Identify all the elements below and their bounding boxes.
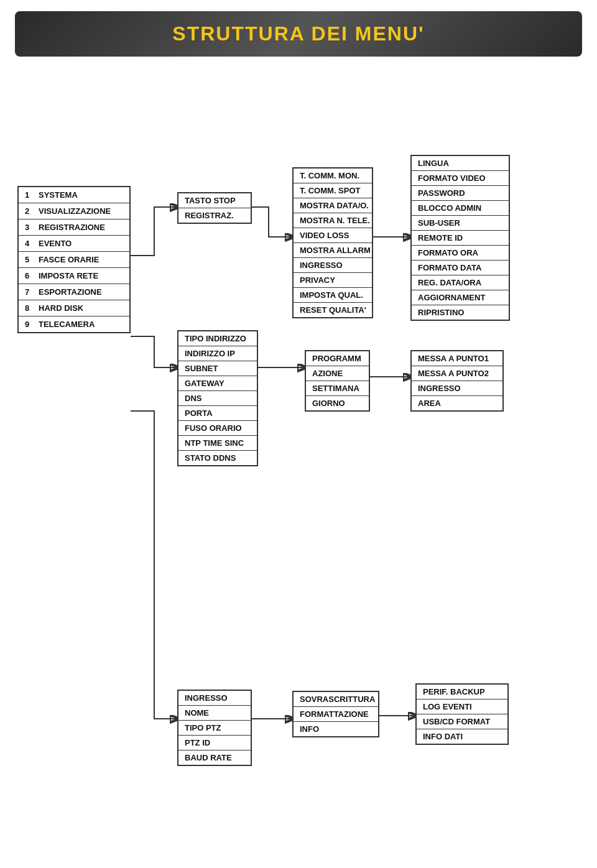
tasto-box: TASTO STOP REGISTRAZ. (177, 192, 252, 224)
hd-mid-box: SOVRASCRITTURA FORMATTAZIONE INFO (292, 691, 379, 737)
hd-mid-row-2: FORMATTAZIONE (294, 707, 378, 722)
menu-item-4: 4 EVENTO (19, 236, 129, 252)
comm-row-4: MOSTRA N. TELE. (294, 213, 372, 228)
comm-row-7: INGRESSO (294, 258, 372, 273)
comm-row-9: IMPOSTA QUAL. (294, 288, 372, 303)
hd-right-row-3: USB/CD FORMAT (417, 714, 507, 729)
rete-row-2: INDIRIZZO IP (178, 346, 257, 361)
menu-item-6: 6 IMPOSTA RETE (19, 268, 129, 284)
menu-item-8: 8 HARD DISK (19, 300, 129, 316)
diagram-area: 1 SYSTEMA 2 VISUALIZZAZIONE 3 REGISTRAZI… (0, 63, 597, 868)
main-menu-box: 1 SYSTEMA 2 VISUALIZZAZIONE 3 REGISTRAZI… (17, 186, 131, 333)
hd-right-row-2: LOG EVENTI (417, 699, 507, 714)
comm-row-10: RESET QUALITA' (294, 303, 372, 317)
page-title: STRUTTURA DEI MENU' (172, 22, 424, 45)
sys-row-9: REG. DATA/ORA (412, 275, 509, 290)
rete-row-8: NTP TIME SINC (178, 436, 257, 451)
rete-row-4: GATEWAY (178, 376, 257, 391)
rete-row-9: STATO DDNS (178, 451, 257, 465)
tele-row-5: BAUD RATE (178, 750, 251, 765)
comm-row-3: MOSTRA DATA/O. (294, 198, 372, 213)
page-header: STRUTTURA DEI MENU' (15, 11, 582, 57)
fasce-right-row-1: MESSA A PUNTO1 (412, 351, 502, 366)
sys-row-1: LINGUA (412, 156, 509, 171)
comm-row-1: T. COMM. MON. (294, 169, 372, 183)
menu-item-7: 7 ESPORTAZIONE (19, 284, 129, 300)
fasce-row-3: SETTIMANA (306, 381, 369, 396)
sys-row-7: FORMATO ORA (412, 246, 509, 261)
comm-box: T. COMM. MON. T. COMM. SPOT MOSTRA DATA/… (292, 167, 373, 318)
rete-row-3: SUBNET (178, 361, 257, 376)
menu-item-1: 1 SYSTEMA (19, 187, 129, 203)
sys-row-4: BLOCCO ADMIN (412, 201, 509, 216)
rete-row-7: FUSO ORARIO (178, 421, 257, 436)
tele-row-4: PTZ ID (178, 736, 251, 750)
menu-item-9: 9 TELECAMERA (19, 316, 129, 332)
tasto-row-2: REGISTRAZ. (178, 208, 251, 223)
comm-row-8: PRIVACY (294, 273, 372, 288)
fasce-row-2: AZIONE (306, 366, 369, 381)
fasce-right-row-2: MESSA A PUNTO2 (412, 366, 502, 381)
system-box: LINGUA FORMATO VIDEO PASSWORD BLOCCO ADM… (410, 155, 510, 321)
menu-item-3: 3 REGISTRAZIONE (19, 219, 129, 236)
tele-row-3: TIPO PTZ (178, 721, 251, 736)
hd-right-box: PERIF. BACKUP LOG EVENTI USB/CD FORMAT I… (415, 683, 509, 745)
rete-row-1: TIPO INDIRIZZO (178, 331, 257, 346)
telecamera-box: INGRESSO NOME TIPO PTZ PTZ ID BAUD RATE (177, 690, 252, 766)
rete-box: TIPO INDIRIZZO INDIRIZZO IP SUBNET GATEW… (177, 330, 258, 466)
tasto-row-1: TASTO STOP (178, 193, 251, 208)
menu-item-5: 5 FASCE ORARIE (19, 252, 129, 268)
sys-row-3: PASSWORD (412, 186, 509, 201)
fasce-row-4: GIORNO (306, 396, 369, 410)
sys-row-8: FORMATO DATA (412, 261, 509, 275)
hd-right-row-1: PERIF. BACKUP (417, 685, 507, 699)
menu-item-2: 2 VISUALIZZAZIONE (19, 203, 129, 219)
sys-row-10: AGGIORNAMENT (412, 290, 509, 305)
fasce-right-row-3: INGRESSO (412, 381, 502, 396)
sys-row-6: REMOTE ID (412, 231, 509, 246)
tele-row-2: NOME (178, 706, 251, 721)
fasce-mid-box: PROGRAMM AZIONE SETTIMANA GIORNO (305, 350, 370, 412)
fasce-right-row-4: AREA (412, 396, 502, 410)
fasce-row-1: PROGRAMM (306, 351, 369, 366)
sys-row-11: RIPRISTINO (412, 305, 509, 320)
sys-row-5: SUB-USER (412, 216, 509, 231)
sys-row-2: FORMATO VIDEO (412, 171, 509, 186)
rete-row-5: DNS (178, 391, 257, 406)
comm-row-2: T. COMM. SPOT (294, 183, 372, 198)
comm-row-5: VIDEO LOSS (294, 228, 372, 243)
hd-mid-row-3: INFO (294, 722, 378, 736)
fasce-right-box: MESSA A PUNTO1 MESSA A PUNTO2 INGRESSO A… (410, 350, 504, 412)
tele-row-1: INGRESSO (178, 691, 251, 706)
rete-row-6: PORTA (178, 406, 257, 421)
hd-right-row-4: INFO DATI (417, 729, 507, 744)
comm-row-6: MOSTRA ALLARM (294, 243, 372, 258)
hd-mid-row-1: SOVRASCRITTURA (294, 692, 378, 707)
